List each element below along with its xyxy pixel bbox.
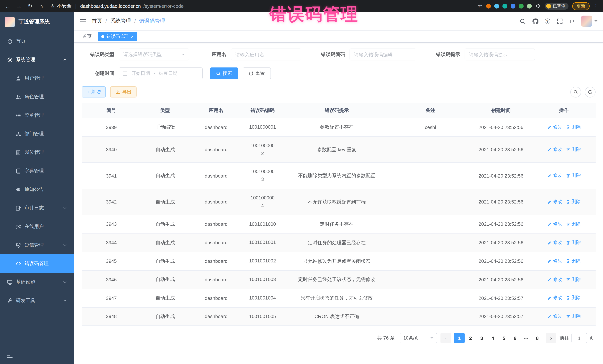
cell-time: 2021-04-20 23:52:56 [469, 118, 533, 137]
chrome-menu-icon[interactable]: ⋮ [593, 3, 599, 9]
reload-icon[interactable]: ↻ [27, 3, 33, 9]
sidebar-item-post-management[interactable]: 岗位管理 [0, 143, 74, 162]
delete-button[interactable]: 删除 [566, 146, 581, 153]
help-icon[interactable]: ? [545, 18, 550, 24]
reset-button[interactable]: 重置 [243, 67, 271, 79]
app-name-label: 应用名 [200, 51, 231, 58]
error-type-select[interactable]: 请选择错误码类型 [119, 49, 189, 60]
cell-ops: 修改删除 [533, 189, 596, 215]
delete-button[interactable]: 删除 [566, 199, 581, 205]
search-button[interactable]: 搜索 [210, 67, 238, 79]
date-range-picker[interactable]: - [119, 67, 203, 79]
delete-button[interactable]: 删除 [566, 276, 581, 283]
extension-icon[interactable] [502, 3, 507, 8]
bookmark-star-icon[interactable]: ☆ [478, 3, 482, 9]
cell-code: 100100000 3 [243, 163, 282, 189]
edit-button[interactable]: 修改 [547, 313, 562, 320]
delete-button[interactable]: 删除 [566, 313, 581, 320]
sidebar-item-dept-management[interactable]: 部门管理 [0, 124, 74, 143]
extension-icon[interactable] [494, 3, 499, 8]
start-date-input[interactable] [129, 70, 152, 76]
export-button[interactable]: 导出 [110, 86, 137, 98]
breadcrumb-system[interactable]: 系统管理 [110, 18, 131, 24]
user-menu[interactable] [581, 16, 597, 27]
extension-icon[interactable] [527, 3, 532, 8]
cell-code: 1001001004 [243, 289, 282, 308]
cell-id: 3944 [82, 233, 141, 252]
edit-button[interactable]: 修改 [547, 173, 562, 179]
tab-error-code[interactable]: 错误码管理 × [98, 32, 137, 41]
refresh-button[interactable] [585, 87, 596, 97]
page-button-2[interactable]: 2 [465, 333, 476, 343]
edit-button[interactable]: 修改 [547, 199, 562, 205]
page-button-5[interactable]: 5 [499, 333, 509, 343]
back-icon[interactable]: ← [4, 3, 11, 9]
trash-icon [566, 259, 570, 263]
page-button-4[interactable]: 4 [487, 333, 498, 343]
add-button[interactable]: + 新增 [82, 86, 106, 98]
sidebar-item-online-user[interactable]: 在线用户 [0, 217, 74, 236]
tab-label: 错误码管理 [106, 33, 129, 40]
sidebar-item-system-management[interactable]: 系统管理 [0, 50, 74, 69]
edit-button[interactable]: 修改 [547, 124, 562, 130]
edit-button[interactable]: 修改 [547, 221, 562, 227]
error-hint-input[interactable] [464, 49, 535, 60]
logo[interactable]: 芋道管理系统 [0, 12, 74, 32]
delete-button[interactable]: 删除 [566, 258, 581, 264]
fullscreen-icon[interactable] [557, 18, 563, 24]
font-size-icon[interactable]: TT [569, 18, 575, 24]
sidebar-item-audit-log[interactable]: 审计日志 [0, 199, 74, 217]
close-icon[interactable]: × [131, 34, 134, 39]
page-button-8[interactable]: 8 [532, 333, 543, 343]
hide-search-button[interactable] [570, 87, 581, 97]
home-icon[interactable]: ⌂ [38, 3, 45, 9]
extension-icon[interactable] [486, 3, 491, 8]
puzzle-extension-icon[interactable] [535, 3, 541, 9]
goto-page-input[interactable] [571, 333, 587, 343]
sidebar-item-role-management[interactable]: 角色管理 [0, 88, 74, 106]
delete-button[interactable]: 删除 [566, 295, 581, 301]
edit-button[interactable]: 修改 [547, 276, 562, 283]
page-ellipsis[interactable]: ••• [521, 333, 531, 343]
page-button-1[interactable]: 1 [454, 333, 464, 343]
delete-button[interactable]: 删除 [566, 240, 581, 246]
page-button-3[interactable]: 3 [476, 333, 487, 343]
github-icon[interactable] [532, 18, 538, 24]
extension-icon[interactable] [510, 3, 515, 8]
sidebar-item-user-management[interactable]: 用户管理 [0, 69, 74, 88]
update-button[interactable]: 更新 [572, 2, 590, 10]
sidebar-item-home[interactable]: 首页 [0, 32, 74, 50]
edit-button[interactable]: 修改 [547, 146, 562, 153]
search-icon[interactable] [519, 18, 526, 24]
sidebar-item-infrastructure[interactable]: 基础设施 [0, 273, 74, 291]
sidebar-item-error-code-management[interactable]: 错误码管理 [0, 254, 74, 273]
app-name-input[interactable] [231, 49, 301, 60]
sidebar-item-dev-tools[interactable]: 研发工具 [0, 291, 74, 310]
forward-icon[interactable]: → [16, 3, 22, 9]
delete-button[interactable]: 删除 [566, 221, 581, 227]
next-page-button[interactable]: › [546, 333, 556, 343]
delete-button[interactable]: 删除 [566, 124, 581, 130]
error-code-input[interactable] [349, 49, 416, 60]
sidebar-item-notice[interactable]: 通知公告 [0, 180, 74, 199]
page-button-6[interactable]: 6 [510, 333, 520, 343]
sidebar-item-sms-management[interactable]: 短信管理 [0, 236, 74, 254]
sidebar-item-dict-management[interactable]: 字典管理 [0, 162, 74, 180]
sidebar-item-menu-management[interactable]: 菜单管理 [0, 106, 74, 124]
address-bar[interactable]: ⚠ 不安全 | dashboard.yudao.iocoder.cn/syste… [50, 3, 473, 9]
edit-button[interactable]: 修改 [547, 295, 562, 301]
tab-home[interactable]: 首页 [79, 32, 95, 41]
sidebar-toggle-button[interactable] [80, 19, 86, 23]
edit-button[interactable]: 修改 [547, 258, 562, 264]
cell-app: dashboard [189, 307, 243, 326]
edit-button[interactable]: 修改 [547, 240, 562, 246]
sidebar-collapse-icon[interactable] [7, 354, 13, 358]
prev-page-button[interactable]: ‹ [441, 333, 451, 343]
extension-icon[interactable] [519, 3, 524, 8]
breadcrumb-home[interactable]: 首页 [92, 18, 102, 24]
page-size-select[interactable]: 10条/页 [400, 333, 437, 343]
end-date-input[interactable] [157, 70, 179, 76]
paused-badge[interactable]: 已暂停 [545, 2, 568, 10]
delete-button[interactable]: 删除 [566, 173, 581, 179]
cell-remark [392, 233, 469, 252]
